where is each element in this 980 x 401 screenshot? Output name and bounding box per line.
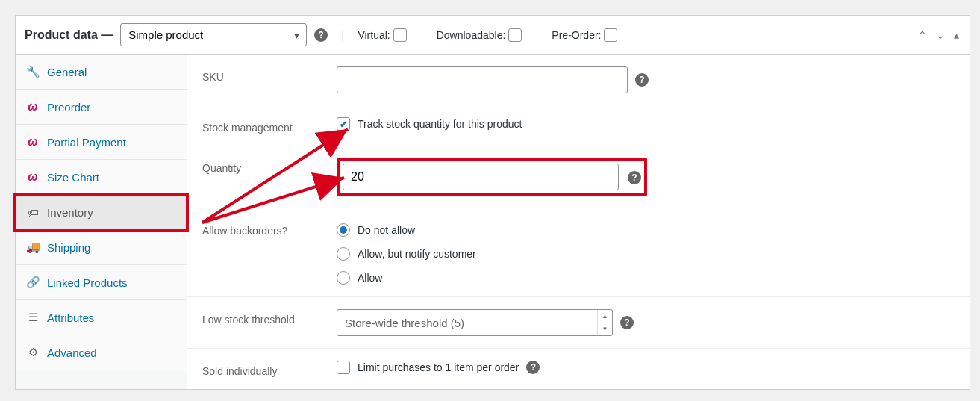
backorder-option-allow[interactable]: Allow — [337, 271, 476, 285]
tab-label: Advanced — [47, 346, 97, 359]
move-down-icon[interactable]: ⌄ — [934, 28, 946, 43]
wrench-icon: 🔧 — [26, 65, 40, 78]
help-icon[interactable]: ? — [635, 73, 649, 87]
list-icon: ☰ — [26, 311, 40, 324]
brand-icon: ω — [26, 170, 40, 184]
tab-label: Shipping — [47, 241, 90, 254]
fields-area: SKU ? Stock management Track stock quant… — [187, 55, 970, 389]
tab-preorder[interactable]: ω Preorder — [16, 90, 187, 125]
radio-label: Allow — [358, 272, 382, 284]
quantity-label: Quantity — [202, 158, 337, 174]
tab-label: Attributes — [47, 311, 94, 324]
tag-icon: 🏷 — [26, 205, 40, 219]
radio-icon — [337, 223, 350, 237]
sku-input[interactable] — [337, 66, 628, 93]
tab-general[interactable]: 🔧 General — [16, 55, 187, 90]
tab-label: Inventory — [47, 206, 93, 219]
field-backorders: Allow backorders? Do not allow Allow, bu… — [187, 208, 970, 297]
low-stock-input[interactable] — [337, 309, 613, 336]
tab-label: Linked Products — [47, 276, 128, 289]
sold-indiv-label: Sold individually — [202, 361, 337, 377]
backorder-option-do-not-allow[interactable]: Do not allow — [337, 223, 476, 237]
stock-mgmt-text: Track stock quantity for this product — [358, 118, 522, 130]
field-quantity: Quantity ? — [187, 146, 970, 208]
downloadable-checkbox[interactable] — [508, 28, 522, 42]
tab-label: Preorder — [47, 101, 90, 114]
help-icon[interactable]: ? — [628, 171, 641, 184]
field-sold-individually: Sold individually Limit purchases to 1 i… — [187, 349, 970, 389]
spinner-up-icon[interactable]: ▲ — [597, 310, 612, 323]
link-icon: 🔗 — [26, 276, 40, 289]
tab-size-chart[interactable]: ω Size Chart — [16, 160, 187, 195]
field-low-stock: Low stock threshold ▲ ▼ ? — [187, 297, 970, 349]
tab-inventory[interactable]: 🏷 Inventory — [16, 195, 187, 230]
virtual-label: Virtual: — [358, 29, 390, 41]
tab-partial-payment[interactable]: ω Partial Payment — [16, 125, 187, 160]
stock-mgmt-label: Stock management — [202, 117, 337, 134]
tab-label: Partial Payment — [47, 136, 126, 149]
move-up-icon[interactable]: ⌃ — [917, 28, 928, 43]
panel-header: Product data — Simple product ? | Virtua… — [16, 16, 970, 55]
quantity-highlight-box: ? — [337, 158, 647, 196]
tab-attributes[interactable]: ☰ Attributes — [16, 300, 187, 335]
preorder-checkbox[interactable] — [604, 28, 617, 42]
tab-label: General — [47, 66, 87, 78]
separator: | — [335, 28, 350, 42]
tab-advanced[interactable]: ⚙ Advanced — [16, 335, 187, 370]
panel-body: 🔧 General ω Preorder ω Partial Payment ω… — [16, 55, 970, 389]
preorder-label: Pre-Order: — [552, 29, 601, 41]
help-icon[interactable]: ? — [314, 28, 328, 42]
low-stock-label: Low stock threshold — [202, 309, 337, 326]
brand-icon: ω — [26, 135, 40, 149]
help-icon[interactable]: ? — [526, 361, 540, 374]
downloadable-label: Downloadable: — [437, 29, 506, 41]
backorders-label: Allow backorders? — [202, 220, 337, 237]
field-sku: SKU ? — [187, 55, 970, 105]
virtual-checkbox[interactable] — [393, 28, 407, 42]
quantity-input[interactable] — [343, 164, 619, 190]
radio-label: Do not allow — [358, 224, 415, 236]
radio-label: Allow, but notify customer — [358, 248, 476, 260]
brand-icon: ω — [26, 100, 40, 114]
gear-icon: ⚙ — [26, 346, 40, 359]
field-stock-management: Stock management Track stock quantity fo… — [187, 105, 970, 146]
sold-indiv-checkbox[interactable] — [337, 361, 350, 374]
product-type-select[interactable]: Simple product — [120, 23, 307, 46]
collapse-icon[interactable]: ▴ — [952, 28, 961, 43]
help-icon[interactable]: ? — [620, 316, 634, 329]
stock-mgmt-checkbox[interactable] — [337, 117, 350, 131]
spinner-down-icon[interactable]: ▼ — [597, 323, 612, 336]
product-data-panel: Product data — Simple product ? | Virtua… — [15, 15, 970, 390]
panel-title: Product data — — [25, 28, 113, 42]
sold-indiv-text: Limit purchases to 1 item per order — [358, 361, 519, 373]
tab-label: Size Chart — [47, 171, 99, 184]
tabs-sidebar: 🔧 General ω Preorder ω Partial Payment ω… — [16, 55, 187, 389]
truck-icon: 🚚 — [26, 240, 40, 254]
backorder-option-notify[interactable]: Allow, but notify customer — [337, 247, 476, 261]
radio-icon — [337, 247, 350, 261]
sku-label: SKU — [202, 71, 224, 83]
tab-shipping[interactable]: 🚚 Shipping — [16, 230, 187, 265]
tab-linked-products[interactable]: 🔗 Linked Products — [16, 265, 187, 300]
radio-icon — [337, 271, 350, 285]
